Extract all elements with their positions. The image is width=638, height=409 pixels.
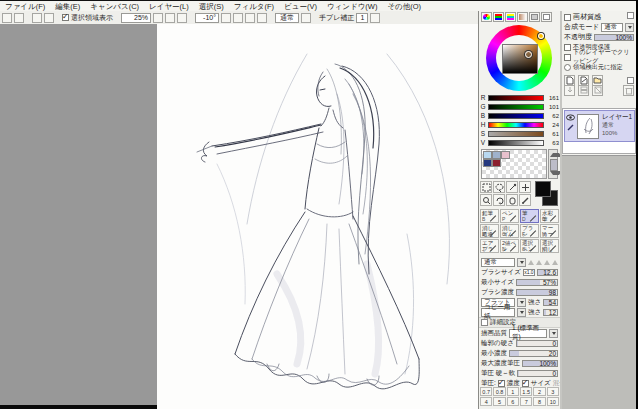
lasso-tool[interactable]: [493, 181, 505, 193]
quality-dropdown[interactable]: 1 (標準画質): [509, 329, 547, 338]
brush-tip-icon[interactable]: [528, 260, 534, 265]
tool-select-pen[interactable]: 選択ペンS: [520, 239, 539, 253]
invert-selection-button[interactable]: [44, 13, 54, 23]
layer-opacity-slider[interactable]: 100%: [594, 34, 634, 41]
menu-window[interactable]: ウィンドウ(W): [322, 2, 382, 12]
swatch[interactable]: [483, 151, 492, 159]
menu-selection[interactable]: 選択(S): [194, 2, 229, 12]
brush-texture-dropdown[interactable]: コピー用紙: [481, 308, 515, 317]
transfer-layer-button[interactable]: [564, 85, 575, 96]
selection-mode-dropdown[interactable]: 通常: [275, 13, 299, 23]
rect-select-tool[interactable]: [480, 181, 492, 193]
size-preset[interactable]: 10: [547, 397, 559, 406]
blue-slider[interactable]: [488, 113, 544, 119]
quality-dropdown-button[interactable]: [549, 329, 558, 338]
brush-density-slider[interactable]: 98: [516, 289, 558, 296]
layer-row-selected[interactable]: レイヤー1 通常 100%: [564, 110, 635, 142]
hue-ring[interactable]: [486, 25, 552, 91]
menu-file[interactable]: ファイル(F): [0, 2, 50, 12]
scroll-thumb[interactable]: [550, 159, 558, 171]
rotate-ccw-button[interactable]: [221, 13, 231, 23]
rotation-angle-field[interactable]: -10°: [195, 13, 219, 23]
pressure-density-checkbox[interactable]: [498, 380, 505, 387]
brush-tip-icon[interactable]: [552, 260, 558, 265]
color-mixer-pad[interactable]: [481, 149, 547, 179]
menu-others[interactable]: その他(O): [382, 2, 426, 12]
eyedropper-tool[interactable]: [519, 194, 531, 206]
brush-texture-dropdown-button[interactable]: [517, 308, 526, 317]
zoom-level-field[interactable]: 25%: [121, 13, 151, 23]
layer-panel-option-button[interactable]: [627, 77, 634, 84]
blend-mode-dropdown[interactable]: 通常: [601, 23, 623, 32]
min-size-slider[interactable]: 57%: [516, 279, 558, 286]
show-selection-checkbox[interactable]: [62, 14, 69, 21]
size-preset[interactable]: 3: [547, 387, 559, 396]
move-tool[interactable]: [519, 181, 531, 193]
hue-slider[interactable]: [488, 122, 544, 128]
brush-shape-dropdown-button[interactable]: [517, 298, 526, 307]
color-wheel-tab[interactable]: [481, 12, 492, 22]
brush-tip-icon[interactable]: [544, 260, 550, 265]
green-slider[interactable]: [488, 104, 544, 110]
zoom-tool[interactable]: [480, 194, 492, 206]
hand-tool[interactable]: [506, 194, 518, 206]
menu-layer[interactable]: レイヤー(L): [144, 2, 194, 12]
brush-tip-icon[interactable]: [536, 260, 542, 265]
swatch[interactable]: [492, 159, 501, 167]
undo-button[interactable]: [2, 13, 12, 23]
tool-eraser-soft[interactable]: 消し透過E: [480, 224, 499, 238]
menu-view[interactable]: ビュー(V): [279, 2, 322, 12]
stabilizer-dropdown[interactable]: 1: [356, 13, 368, 23]
tool-eraser[interactable]: 消しゴムG: [500, 224, 519, 238]
advanced-settings-toggle[interactable]: [481, 319, 488, 326]
edge-hardness-slider[interactable]: 0: [516, 340, 558, 347]
max-density-slider[interactable]: 100%: [522, 360, 558, 367]
texture-strength-slider[interactable]: 12: [543, 309, 558, 316]
zoom-reset-button[interactable]: [177, 13, 187, 23]
color-mixer-tab[interactable]: [517, 12, 528, 22]
merge-layer-button[interactable]: [578, 85, 589, 96]
menu-edit[interactable]: 編集(E): [50, 2, 85, 12]
saturation-slider[interactable]: [488, 131, 544, 137]
tool-airbrush[interactable]: エアブラシJ: [480, 239, 499, 253]
tool-pen[interactable]: ペンP: [500, 209, 519, 223]
zoom-out-button[interactable]: [165, 13, 175, 23]
size-preset[interactable]: 5: [493, 397, 505, 406]
size-preset[interactable]: 7: [520, 397, 532, 406]
brush-blend-mode-dropdown-button[interactable]: [517, 258, 526, 267]
rotate-reset-button[interactable]: [245, 13, 255, 23]
tool-brush2[interactable]: ブラシF: [520, 224, 539, 238]
swatch[interactable]: [501, 151, 510, 159]
scratchpad-tab[interactable]: [541, 12, 552, 22]
blend-mode-dropdown-button[interactable]: [625, 23, 634, 32]
tool-brush-selected[interactable]: 筆D: [520, 209, 539, 223]
tool-watercolor[interactable]: 水彩筆C: [540, 209, 559, 223]
layer-thumbnail[interactable]: [577, 114, 599, 139]
size-preset[interactable]: 0.8: [493, 387, 505, 396]
preserve-opacity-checkbox[interactable]: [564, 44, 571, 51]
size-preset[interactable]: 2: [533, 387, 545, 396]
swatch[interactable]: [483, 159, 492, 167]
saturation-value-square[interactable]: [502, 44, 538, 74]
shape-strength-slider[interactable]: 54: [543, 299, 558, 306]
tool-select-eraser[interactable]: 選択消しK: [540, 239, 559, 253]
magic-wand-tool[interactable]: [506, 181, 518, 193]
clear-layer-button[interactable]: [592, 85, 603, 96]
swatch[interactable]: [492, 151, 501, 159]
min-density-slider[interactable]: 20: [509, 350, 558, 357]
tool-binary-pen[interactable]: 2値ペンN: [500, 239, 519, 253]
pressure-size-checkbox[interactable]: [522, 380, 529, 387]
size-preset[interactable]: 1.5: [520, 387, 532, 396]
drawing-canvas[interactable]: [157, 24, 478, 409]
layer-visibility-eye-icon[interactable]: [566, 113, 575, 122]
red-slider[interactable]: [488, 95, 544, 101]
redo-button[interactable]: [14, 13, 24, 23]
tool-marker[interactable]: マーカーM: [540, 224, 559, 238]
menu-canvas[interactable]: キャンバス(C): [85, 2, 144, 12]
flip-button[interactable]: [257, 13, 267, 23]
size-preset[interactable]: 0.7: [480, 387, 492, 396]
size-unit-button[interactable]: x1.0: [523, 269, 535, 276]
value-slider[interactable]: [488, 140, 544, 146]
brush-size-slider[interactable]: 12.6: [537, 269, 558, 276]
foreground-color-swatch[interactable]: [535, 181, 551, 197]
